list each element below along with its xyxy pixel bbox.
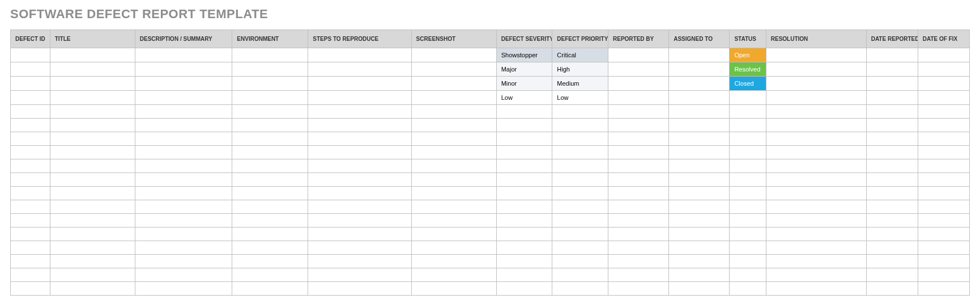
cell-screenshot[interactable] — [411, 159, 496, 173]
cell-severity[interactable] — [496, 173, 552, 187]
cell-assigned-to[interactable] — [669, 282, 730, 296]
cell-resolution[interactable] — [766, 77, 866, 91]
cell-priority[interactable] — [552, 119, 608, 132]
cell-resolution[interactable] — [766, 105, 866, 119]
cell-screenshot[interactable] — [411, 282, 496, 296]
cell-description[interactable] — [135, 241, 232, 255]
cell-date-of-fix[interactable] — [918, 132, 969, 146]
cell-defect-id[interactable] — [11, 282, 50, 296]
cell-steps[interactable] — [308, 77, 411, 91]
cell-defect-id[interactable] — [11, 228, 50, 241]
cell-defect-id[interactable] — [11, 255, 50, 268]
cell-defect-id[interactable] — [11, 62, 50, 77]
cell-assigned-to[interactable] — [669, 214, 730, 228]
cell-environment[interactable] — [232, 255, 308, 268]
cell-steps[interactable] — [308, 228, 411, 241]
cell-reported-by[interactable] — [608, 255, 668, 268]
cell-severity[interactable] — [496, 214, 552, 228]
cell-environment[interactable] — [232, 187, 308, 200]
cell-title[interactable] — [50, 159, 135, 173]
cell-status[interactable] — [730, 187, 766, 200]
cell-status[interactable] — [730, 241, 766, 255]
cell-title[interactable] — [50, 241, 135, 255]
cell-screenshot[interactable] — [411, 105, 496, 119]
cell-environment[interactable] — [232, 146, 308, 159]
cell-resolution[interactable] — [766, 48, 866, 62]
cell-date-reported[interactable] — [866, 187, 918, 200]
cell-steps[interactable] — [308, 91, 411, 105]
cell-resolution[interactable] — [766, 132, 866, 146]
cell-screenshot[interactable] — [411, 91, 496, 105]
cell-date-reported[interactable] — [866, 105, 918, 119]
cell-steps[interactable] — [308, 48, 411, 62]
cell-description[interactable] — [135, 200, 232, 214]
cell-environment[interactable] — [232, 132, 308, 146]
table-row[interactable] — [11, 241, 970, 255]
cell-defect-id[interactable] — [11, 187, 50, 200]
cell-date-of-fix[interactable] — [918, 282, 969, 296]
table-row[interactable]: ShowstopperCriticalOpen — [11, 48, 970, 62]
cell-reported-by[interactable] — [608, 159, 668, 173]
cell-environment[interactable] — [232, 173, 308, 187]
cell-date-of-fix[interactable] — [918, 241, 969, 255]
cell-title[interactable] — [50, 91, 135, 105]
cell-priority[interactable] — [552, 159, 608, 173]
table-row[interactable] — [11, 187, 970, 200]
cell-assigned-to[interactable] — [669, 187, 730, 200]
cell-severity[interactable]: Minor — [496, 77, 552, 91]
cell-steps[interactable] — [308, 255, 411, 268]
cell-defect-id[interactable] — [11, 119, 50, 132]
cell-steps[interactable] — [308, 119, 411, 132]
cell-reported-by[interactable] — [608, 268, 668, 282]
cell-severity[interactable] — [496, 268, 552, 282]
cell-date-of-fix[interactable] — [918, 228, 969, 241]
cell-title[interactable] — [50, 282, 135, 296]
cell-priority[interactable] — [552, 255, 608, 268]
cell-steps[interactable] — [308, 268, 411, 282]
cell-title[interactable] — [50, 228, 135, 241]
cell-date-reported[interactable] — [866, 200, 918, 214]
cell-defect-id[interactable] — [11, 241, 50, 255]
cell-screenshot[interactable] — [411, 228, 496, 241]
cell-assigned-to[interactable] — [669, 241, 730, 255]
cell-reported-by[interactable] — [608, 282, 668, 296]
cell-severity[interactable]: Low — [496, 91, 552, 105]
table-row[interactable] — [11, 200, 970, 214]
cell-resolution[interactable] — [766, 91, 866, 105]
cell-screenshot[interactable] — [411, 146, 496, 159]
cell-description[interactable] — [135, 77, 232, 91]
cell-severity[interactable] — [496, 105, 552, 119]
cell-date-of-fix[interactable] — [918, 146, 969, 159]
cell-reported-by[interactable] — [608, 105, 668, 119]
cell-title[interactable] — [50, 146, 135, 159]
cell-environment[interactable] — [232, 119, 308, 132]
cell-steps[interactable] — [308, 62, 411, 77]
cell-priority[interactable] — [552, 132, 608, 146]
table-row[interactable] — [11, 228, 970, 241]
cell-environment[interactable] — [232, 282, 308, 296]
cell-defect-id[interactable] — [11, 173, 50, 187]
cell-priority[interactable] — [552, 268, 608, 282]
cell-environment[interactable] — [232, 62, 308, 77]
cell-title[interactable] — [50, 268, 135, 282]
table-row[interactable]: MajorHighResolved — [11, 62, 970, 77]
cell-title[interactable] — [50, 200, 135, 214]
cell-defect-id[interactable] — [11, 77, 50, 91]
cell-description[interactable] — [135, 268, 232, 282]
cell-title[interactable] — [50, 48, 135, 62]
cell-steps[interactable] — [308, 282, 411, 296]
cell-severity[interactable] — [496, 255, 552, 268]
cell-status[interactable] — [730, 146, 766, 159]
cell-date-of-fix[interactable] — [918, 214, 969, 228]
cell-priority[interactable] — [552, 228, 608, 241]
cell-steps[interactable] — [308, 214, 411, 228]
cell-priority[interactable] — [552, 173, 608, 187]
cell-reported-by[interactable] — [608, 119, 668, 132]
table-row[interactable] — [11, 173, 970, 187]
cell-description[interactable] — [135, 255, 232, 268]
cell-defect-id[interactable] — [11, 105, 50, 119]
cell-status[interactable] — [730, 282, 766, 296]
cell-description[interactable] — [135, 62, 232, 77]
cell-date-of-fix[interactable] — [918, 77, 969, 91]
table-row[interactable] — [11, 268, 970, 282]
